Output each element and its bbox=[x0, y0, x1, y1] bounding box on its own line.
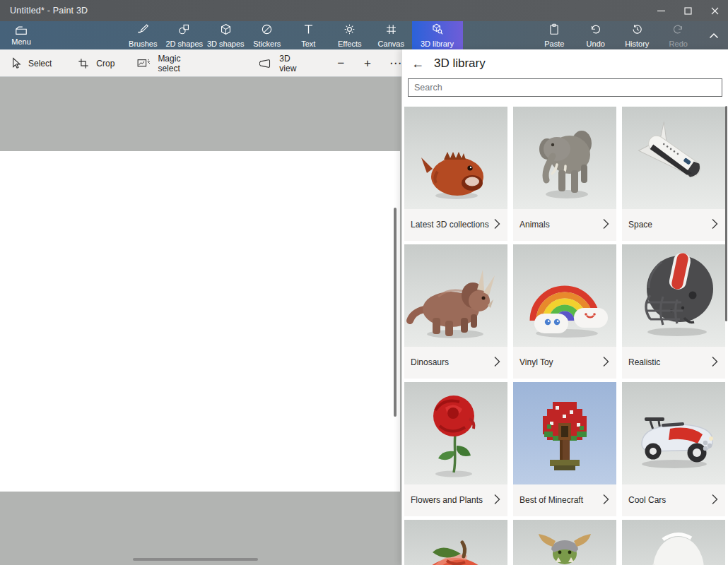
category-label-row: Flowers and Plants bbox=[404, 484, 507, 516]
action-label: Undo bbox=[587, 40, 605, 48]
rose-thumbnail bbox=[404, 382, 507, 484]
space-shuttle-thumbnail bbox=[622, 107, 725, 209]
undo-button[interactable]: Undo bbox=[575, 21, 617, 49]
category-card-apple[interactable] bbox=[404, 520, 507, 565]
triceratops-thumbnail bbox=[404, 244, 507, 347]
chevron-right-icon bbox=[603, 494, 609, 508]
tab-3d-library[interactable]: 3D library bbox=[412, 21, 463, 49]
apple-thumbnail bbox=[404, 520, 507, 565]
category-card-football-helmet[interactable]: Realistic bbox=[622, 244, 725, 379]
chevron-right-icon bbox=[494, 356, 500, 370]
paste-button[interactable]: Paste bbox=[534, 21, 575, 49]
minus-icon: − bbox=[337, 56, 344, 71]
workspace bbox=[0, 76, 401, 565]
category-card-space-shuttle[interactable]: Space bbox=[622, 107, 725, 241]
stickers-icon bbox=[261, 23, 273, 38]
crop-tool-label: Crop bbox=[96, 59, 115, 69]
category-card-elephant[interactable]: Animals bbox=[513, 107, 616, 241]
menu-button[interactable]: Menu bbox=[3, 21, 40, 49]
crop-tool-button[interactable]: Crop bbox=[78, 58, 115, 69]
action-label: Paste bbox=[544, 40, 564, 48]
football-helmet-thumbnail bbox=[622, 244, 725, 347]
category-label-row: Animals bbox=[513, 209, 616, 241]
ogre-thumbnail bbox=[513, 520, 616, 565]
canvas-icon bbox=[385, 23, 397, 38]
category-card-fish[interactable]: Latest 3D collections bbox=[404, 107, 507, 241]
toy-car-thumbnail bbox=[622, 382, 725, 484]
zoom-in-button[interactable]: + bbox=[364, 56, 371, 71]
collapse-ribbon-button[interactable] bbox=[703, 21, 724, 49]
category-thumbnail bbox=[404, 382, 507, 484]
brush-icon bbox=[137, 23, 149, 38]
undo-icon bbox=[589, 23, 601, 38]
more-options-button[interactable]: ⋯ bbox=[389, 56, 401, 71]
zoom-out-button[interactable]: − bbox=[337, 56, 344, 71]
redo-icon bbox=[672, 23, 684, 38]
drawing-canvas[interactable] bbox=[0, 151, 400, 492]
tab-label: Brushes bbox=[129, 40, 157, 48]
search-input[interactable] bbox=[408, 78, 722, 97]
chevron-right-icon bbox=[603, 218, 609, 232]
paint3d-window: Untitled* - Paint 3D Menu bbox=[0, 0, 728, 565]
category-thumbnail bbox=[622, 107, 725, 209]
crop-icon bbox=[78, 58, 89, 69]
select-cursor-icon bbox=[11, 57, 21, 69]
title-bar: Untitled* - Paint 3D bbox=[0, 0, 728, 21]
magic-select-icon bbox=[137, 58, 151, 69]
category-label-row: Vinyl Toy bbox=[513, 347, 616, 379]
fish-thumbnail bbox=[404, 107, 507, 209]
select-tool-button[interactable]: Select bbox=[11, 57, 52, 69]
panel-scrollbar[interactable] bbox=[725, 106, 727, 321]
3d-shapes-icon bbox=[220, 23, 232, 38]
3d-view-button[interactable]: 3D view bbox=[259, 54, 304, 73]
category-card-toy-car[interactable]: Cool Cars bbox=[622, 382, 725, 516]
tab-2d-shapes[interactable]: 2D shapes bbox=[164, 21, 206, 49]
minecraft-tree-thumbnail bbox=[513, 382, 616, 484]
tab-label: Canvas bbox=[378, 40, 404, 48]
category-label-row: Best of Minecraft bbox=[513, 484, 616, 516]
category-label: Latest 3D collections bbox=[411, 220, 494, 231]
tab-3d-shapes[interactable]: 3D shapes bbox=[205, 21, 247, 49]
chevron-right-icon bbox=[712, 356, 718, 370]
tab-label: Stickers bbox=[253, 40, 281, 48]
category-label: Realistic bbox=[628, 357, 712, 369]
category-thumbnail bbox=[513, 382, 616, 484]
tab-text[interactable]: Text bbox=[288, 21, 329, 49]
tab-brushes[interactable]: Brushes bbox=[122, 21, 164, 49]
category-card-ogre[interactable] bbox=[513, 520, 616, 565]
category-grid: Latest 3D collections Animals bbox=[404, 107, 727, 565]
category-thumbnail bbox=[513, 244, 616, 347]
tab-label: 2D shapes bbox=[165, 40, 203, 48]
canvas-horizontal-scrollbar[interactable] bbox=[133, 558, 258, 561]
category-card-mannequin-head[interactable] bbox=[622, 520, 725, 565]
effects-icon bbox=[344, 23, 356, 38]
chevron-right-icon bbox=[494, 494, 500, 508]
close-button[interactable] bbox=[701, 0, 728, 21]
category-label: Space bbox=[628, 220, 712, 231]
tab-stickers[interactable]: Stickers bbox=[247, 21, 288, 49]
chevron-right-icon bbox=[712, 218, 718, 232]
action-label: History bbox=[625, 40, 649, 48]
back-button[interactable]: ← bbox=[407, 54, 428, 73]
redo-button[interactable]: Redo bbox=[658, 21, 700, 49]
minimize-button[interactable] bbox=[647, 0, 674, 21]
text-icon bbox=[303, 23, 315, 38]
canvas-vertical-scrollbar[interactable] bbox=[394, 208, 397, 417]
category-card-minecraft-tree[interactable]: Best of Minecraft bbox=[513, 382, 616, 516]
history-icon bbox=[631, 23, 643, 38]
tab-canvas[interactable]: Canvas bbox=[370, 21, 412, 49]
category-label-row: Space bbox=[622, 209, 725, 241]
history-button[interactable]: History bbox=[616, 21, 658, 49]
category-thumbnail bbox=[513, 520, 616, 565]
maximize-button[interactable] bbox=[674, 0, 701, 21]
elephant-thumbnail bbox=[513, 107, 616, 209]
tab-effects[interactable]: Effects bbox=[329, 21, 371, 49]
category-card-triceratops[interactable]: Dinosaurs bbox=[404, 244, 507, 379]
category-thumbnail bbox=[404, 244, 507, 347]
category-card-rose[interactable]: Flowers and Plants bbox=[404, 382, 507, 516]
2d-shapes-icon bbox=[178, 23, 190, 38]
magic-select-button[interactable]: Magic select bbox=[137, 54, 197, 73]
tab-label: 3D shapes bbox=[207, 40, 245, 48]
category-card-rainbow[interactable]: Vinyl Toy bbox=[513, 244, 616, 379]
action-label: Redo bbox=[669, 40, 688, 48]
